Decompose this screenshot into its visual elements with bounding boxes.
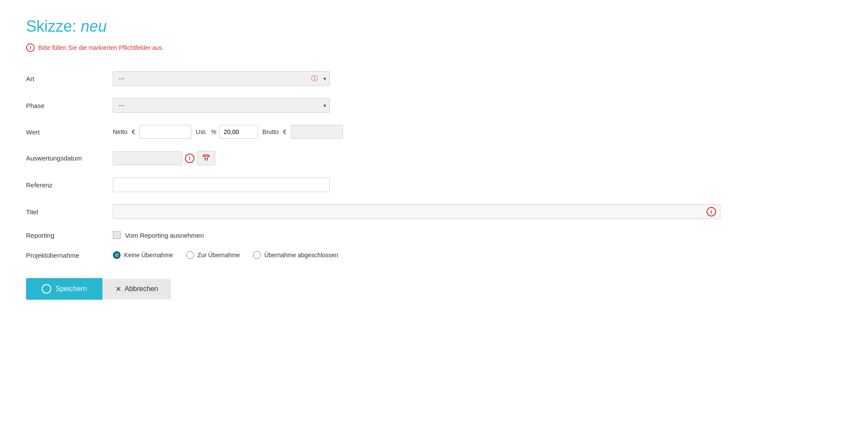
referenz-field bbox=[113, 171, 842, 198]
titel-input[interactable] bbox=[113, 204, 720, 219]
projektubernahme-label: Projektübernahme bbox=[26, 245, 113, 265]
wert-row: Wert Netto € Ust. % Brutto € bbox=[26, 119, 842, 145]
ust-label: Ust. bbox=[196, 128, 207, 135]
referenz-label: Referenz bbox=[26, 171, 113, 198]
reporting-checkbox[interactable] bbox=[113, 231, 121, 239]
save-button[interactable]: Speichern bbox=[26, 278, 102, 300]
wert-inputs: Netto € Ust. % Brutto € bbox=[113, 125, 842, 139]
titel-label: Titel bbox=[26, 198, 113, 225]
radio-ubernahme-abgeschlossen[interactable]: Übernahme abgeschlossen bbox=[253, 251, 338, 259]
ust-prefix: % bbox=[211, 128, 216, 135]
netto-label: Netto bbox=[113, 128, 127, 135]
projektubernahme-radio-group: Keine Übernahme Zur Übernahme Übernahme … bbox=[113, 251, 842, 259]
page-title-static: Skizze: bbox=[26, 17, 76, 35]
phase-label: Phase bbox=[26, 92, 113, 119]
cancel-button[interactable]: ✕ Abbrechen bbox=[102, 279, 171, 299]
page-title: Skizze: neu bbox=[26, 17, 842, 36]
actions-row: Speichern ✕ Abbrechen bbox=[26, 278, 842, 300]
save-icon bbox=[42, 284, 51, 294]
projektubernahme-field: Keine Übernahme Zur Übernahme Übernahme … bbox=[113, 245, 842, 265]
auswertung-wrapper: i 📅 bbox=[113, 151, 842, 165]
phase-select[interactable]: --- bbox=[113, 98, 330, 113]
auswertungsdatum-input[interactable] bbox=[113, 151, 182, 165]
art-select[interactable]: --- bbox=[113, 71, 330, 86]
netto-input[interactable] bbox=[139, 125, 191, 139]
reporting-field: Vom Reporting ausnehmen bbox=[113, 225, 842, 245]
titel-field: i bbox=[113, 198, 842, 225]
reporting-checkbox-wrapper: Vom Reporting ausnehmen bbox=[113, 231, 842, 239]
radio-abgeschlossen-label: Übernahme abgeschlossen bbox=[264, 252, 338, 259]
phase-field: --- ▾ bbox=[113, 92, 842, 119]
brutto-prefix: € bbox=[283, 128, 286, 135]
projektubernahme-row: Projektübernahme Keine Übernahme Zur Übe… bbox=[26, 245, 842, 265]
error-text: Bitte füllen Sie die markierten Pflichtf… bbox=[38, 44, 164, 51]
titel-info-button[interactable]: i bbox=[707, 207, 716, 216]
reporting-checkbox-label: Vom Reporting ausnehmen bbox=[125, 232, 204, 239]
referenz-row: Referenz bbox=[26, 171, 842, 198]
art-field: --- ⓘ ▾ bbox=[113, 65, 842, 92]
radio-abgeschlossen-input[interactable] bbox=[253, 251, 261, 259]
error-icon: ! bbox=[26, 43, 35, 52]
titel-row: Titel i bbox=[26, 198, 842, 225]
reporting-label: Reporting bbox=[26, 225, 113, 245]
reporting-row: Reporting Vom Reporting ausnehmen bbox=[26, 225, 842, 245]
page-container: Skizze: neu ! Bitte füllen Sie die marki… bbox=[0, 0, 868, 429]
radio-zur-input[interactable] bbox=[186, 251, 194, 259]
auswertungsdatum-calendar-button[interactable]: 📅 bbox=[197, 151, 215, 165]
ust-input[interactable] bbox=[219, 125, 258, 139]
error-banner: ! Bitte füllen Sie die markierten Pflich… bbox=[26, 43, 842, 52]
brutto-label: Brutto bbox=[263, 128, 279, 135]
titel-info-container: i bbox=[707, 207, 716, 216]
radio-keine-ubernahme[interactable]: Keine Übernahme bbox=[113, 251, 173, 259]
ust-wrapper: % bbox=[211, 125, 258, 139]
auswertungsdatum-row: Auswertungsdatum i 📅 bbox=[26, 145, 842, 171]
auswertungsdatum-field: i 📅 bbox=[113, 145, 842, 171]
referenz-input[interactable] bbox=[113, 177, 330, 192]
radio-keine-input[interactable] bbox=[113, 251, 121, 259]
titel-wrapper: i bbox=[113, 204, 720, 219]
netto-prefix: € bbox=[132, 128, 135, 135]
radio-keine-label: Keine Übernahme bbox=[124, 252, 173, 259]
page-title-italic: neu bbox=[81, 17, 107, 35]
wert-field: Netto € Ust. % Brutto € bbox=[113, 119, 842, 145]
auswertungsdatum-info-button[interactable]: i bbox=[185, 154, 194, 163]
auswertungsdatum-label: Auswertungsdatum bbox=[26, 145, 113, 171]
cancel-label: Abbrechen bbox=[125, 285, 158, 293]
art-label: Art bbox=[26, 65, 113, 92]
art-select-wrapper: --- ⓘ ▾ bbox=[113, 71, 330, 86]
wert-label: Wert bbox=[26, 119, 113, 145]
phase-row: Phase --- ▾ bbox=[26, 92, 842, 119]
cancel-icon: ✕ bbox=[115, 285, 121, 293]
save-label: Speichern bbox=[56, 285, 87, 293]
radio-zur-label: Zur Übernahme bbox=[197, 252, 240, 259]
art-row: Art --- ⓘ ▾ bbox=[26, 65, 842, 92]
phase-select-wrapper: --- ▾ bbox=[113, 98, 330, 113]
radio-zur-ubernahme[interactable]: Zur Übernahme bbox=[186, 251, 240, 259]
form-table: Art --- ⓘ ▾ Phase - bbox=[26, 65, 842, 265]
brutto-input[interactable] bbox=[291, 125, 343, 139]
